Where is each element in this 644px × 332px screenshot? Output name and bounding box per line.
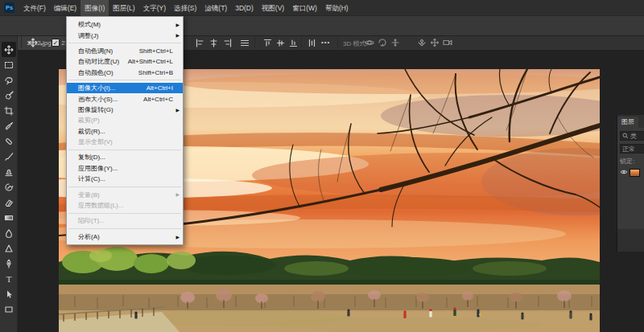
- submenu-arrow-icon: ▶: [175, 234, 180, 240]
- divider: [301, 36, 302, 48]
- menu-item-auto-contrast[interactable]: 自动对比度(U) Alt+Shift+Ctrl+L: [67, 56, 183, 67]
- pen-tool-icon[interactable]: [2, 256, 16, 271]
- layer-filter-field[interactable]: 类: [620, 131, 644, 141]
- menu-item-image-rotation[interactable]: 图像旋转(G) ▶: [67, 105, 183, 115]
- menu-item-label: 复制(D)...: [78, 153, 105, 162]
- spot-healing-brush-tool-icon[interactable]: [2, 133, 16, 149]
- menubar-item-window[interactable]: 窗口(W): [288, 0, 321, 16]
- align-left-edges-icon[interactable]: [194, 37, 205, 48]
- menu-item-image-size[interactable]: 图像大小(I)... Alt+Ctrl+I: [67, 83, 183, 93]
- menu-item-canvas-size[interactable]: 画布大小(S)... Alt+Ctrl+C: [67, 93, 183, 104]
- align-vertical-centers-icon[interactable]: [275, 37, 286, 48]
- menu-item-adjustments[interactable]: 调整(J) ▶: [67, 30, 183, 40]
- collapsed-panel-area: [617, 229, 644, 252]
- layer-thumbnail[interactable]: [630, 169, 640, 177]
- menu-item-apply-image[interactable]: 应用图像(Y)...: [67, 163, 183, 174]
- menubar-item-view[interactable]: 视图(V): [258, 0, 288, 16]
- menubar-item-image[interactable]: 图像(I): [80, 0, 109, 16]
- menubar-item-filter[interactable]: 滤镜(T): [200, 0, 231, 16]
- divider: [21, 36, 22, 48]
- move-tool-preset-icon[interactable]: [27, 37, 39, 48]
- menu-item-shortcut: Shift+Ctrl+L: [134, 47, 173, 55]
- lasso-tool-icon[interactable]: [2, 72, 16, 88]
- menu-item-trap: 陷印(T)...: [67, 215, 183, 226]
- menu-item-auto-tone[interactable]: 自动色调(N) Shift+Ctrl+L: [67, 46, 183, 56]
- 3d-roll-icon[interactable]: [377, 37, 388, 48]
- distribute-vertical-icon[interactable]: [306, 37, 317, 48]
- menu-separator: [68, 43, 181, 43]
- menu-item-variables: 变量(B) ▶: [67, 189, 183, 199]
- menu-item-label: 画布大小(S)...: [78, 95, 118, 104]
- type-tool-icon[interactable]: T: [2, 271, 16, 286]
- eraser-tool-icon[interactable]: [2, 195, 16, 210]
- menu-item-label: 裁剪(P): [78, 116, 100, 125]
- menu-item-label: 调整(J): [78, 31, 98, 40]
- menubar-item-help[interactable]: 帮助(H): [321, 0, 353, 16]
- blend-mode-value: 正常: [622, 145, 635, 154]
- menu-item-label: 陷印(T)...: [78, 216, 105, 225]
- menu-item-mode[interactable]: 模式(M) ▶: [67, 19, 183, 30]
- path-selection-tool-icon[interactable]: [2, 286, 16, 301]
- menu-separator: [68, 228, 181, 229]
- menu-item-label: 分析(A): [78, 232, 100, 241]
- menu-item-label: 应用数据组(L)...: [78, 201, 123, 210]
- menu-separator: [68, 80, 181, 80]
- menubar-item-edit[interactable]: 编辑(E): [50, 0, 80, 16]
- menubar-item-file[interactable]: 文件(F): [19, 0, 50, 16]
- layers-tab[interactable]: 图层: [617, 117, 638, 128]
- align-top-edges-icon[interactable]: [262, 37, 273, 48]
- menu-separator: [68, 213, 181, 214]
- menu-item-trim[interactable]: 裁切(R)...: [67, 126, 183, 137]
- clone-stamp-tool-icon[interactable]: [2, 164, 16, 179]
- align-right-edges-icon[interactable]: [221, 37, 233, 48]
- menu-item-shortcut: Alt+Ctrl+C: [138, 96, 173, 103]
- blend-mode-select[interactable]: 正常: [620, 144, 644, 154]
- tools-panel: T: [0, 36, 18, 332]
- 3d-pan-icon[interactable]: [390, 37, 401, 48]
- menu-item-duplicate[interactable]: 复制(D)...: [67, 152, 183, 162]
- rectangular-marquee-tool-icon[interactable]: [2, 57, 16, 72]
- menu-bar: Ps 文件(F) 编辑(E) 图像(I) 图层(L) 文字(Y) 选择(S) 滤…: [0, 0, 644, 16]
- menu-item-label: 自动颜色(O): [78, 68, 114, 77]
- chevron-down-icon[interactable]: ▾: [40, 41, 43, 47]
- move-tool-icon[interactable]: [2, 42, 16, 57]
- menubar-item-select[interactable]: 选择(S): [170, 0, 200, 16]
- 3d-scale-icon[interactable]: [429, 37, 440, 48]
- eyedropper-tool-icon[interactable]: [2, 118, 16, 133]
- menu-item-calculations[interactable]: 计算(C)...: [67, 174, 183, 184]
- more-options-icon[interactable]: •••: [321, 39, 330, 46]
- gradient-tool-icon[interactable]: [2, 210, 16, 225]
- menubar-item-3d[interactable]: 3D(D): [231, 0, 258, 16]
- history-brush-tool-icon[interactable]: [2, 179, 16, 195]
- brush-tool-icon[interactable]: [2, 149, 16, 164]
- submenu-arrow-icon: ▶: [175, 107, 180, 113]
- search-icon: [622, 133, 629, 139]
- menu-item-label: 自动色调(N): [78, 47, 113, 55]
- menu-separator: [68, 186, 181, 187]
- image-menu-dropdown: 模式(M) ▶ 调整(J) ▶ 自动色调(N) Shift+Ctrl+L 自动对…: [66, 16, 184, 245]
- 3d-orbit-icon[interactable]: [364, 37, 375, 48]
- submenu-arrow-icon: ▶: [175, 22, 180, 28]
- distribute-horizontal-icon[interactable]: [239, 37, 250, 48]
- submenu-arrow-icon: ▶: [175, 191, 180, 198]
- menu-item-auto-color[interactable]: 自动颜色(O) Shift+Ctrl+B: [67, 68, 183, 78]
- align-horizontal-centers-icon[interactable]: [208, 37, 219, 48]
- layer-visibility-eye-icon[interactable]: [620, 169, 628, 177]
- menubar-item-layer[interactable]: 图层(L): [109, 0, 138, 16]
- 3d-camera-icon[interactable]: [442, 37, 453, 48]
- menu-item-label: 模式(M): [78, 20, 101, 29]
- 3d-slide-icon[interactable]: [416, 37, 427, 48]
- quick-selection-tool-icon[interactable]: [2, 88, 16, 103]
- lock-label: 锁定:: [620, 157, 634, 166]
- menu-item-shortcut: Alt+Ctrl+I: [142, 84, 173, 92]
- menu-item-label: 显示全部(V): [78, 137, 113, 146]
- menu-item-analysis[interactable]: 分析(A) ▶: [67, 232, 183, 242]
- menu-item-label: 自动对比度(U): [78, 57, 119, 66]
- menubar-item-type[interactable]: 文字(Y): [139, 0, 170, 16]
- align-bottom-edges-icon[interactable]: [287, 37, 299, 48]
- auto-select-checkbox[interactable]: ✓: [52, 39, 60, 47]
- blur-tool-icon[interactable]: [2, 225, 16, 240]
- dodge-tool-icon[interactable]: [2, 240, 16, 256]
- crop-tool-icon[interactable]: [2, 103, 16, 118]
- rectangle-tool-icon[interactable]: [2, 301, 16, 317]
